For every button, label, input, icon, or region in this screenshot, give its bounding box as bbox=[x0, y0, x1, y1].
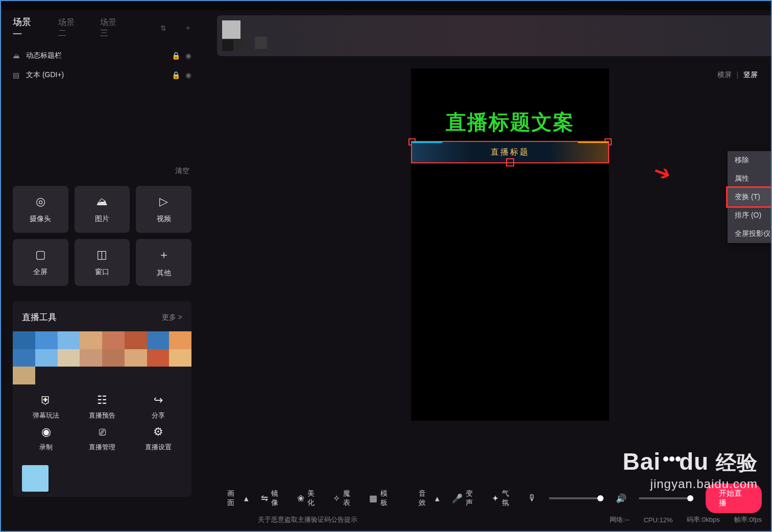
bitrate-status: 码率:0kbps bbox=[687, 515, 719, 524]
ctx-order[interactable]: 排序 (O)▶ bbox=[728, 206, 772, 225]
danmu-play-button[interactable]: ⛨弹幕玩法 bbox=[18, 394, 74, 420]
camera-icon: ◎ bbox=[36, 195, 45, 208]
add-video-button[interactable]: ▷视频 bbox=[136, 186, 191, 233]
ctx-transform[interactable]: 变换 (T)▶ bbox=[728, 188, 772, 206]
voice-change-button[interactable]: 🎤变声 bbox=[452, 489, 479, 507]
share-icon: ↪ bbox=[154, 394, 163, 407]
chevron-up-icon: ▴ bbox=[244, 493, 249, 504]
color-swatch bbox=[22, 465, 49, 492]
notice-link[interactable]: 关于恶意盗取主播验证码公告提示 bbox=[258, 515, 357, 524]
shield-icon: ⛨ bbox=[40, 394, 52, 407]
mic-button[interactable]: 🎙 bbox=[528, 493, 537, 503]
beauty-button[interactable]: ❀美化 bbox=[297, 489, 321, 507]
chevron-up-icon: ▴ bbox=[435, 493, 440, 504]
thumbnail bbox=[234, 40, 246, 51]
add-camera-button[interactable]: ◎摄像头 bbox=[13, 186, 68, 233]
visibility-icon[interactable]: ◉ bbox=[185, 71, 191, 79]
source-list: ⛰ 动态标题栏 🔒 ◉ ▤ 文本 (GDI+) 🔒 ◉ bbox=[13, 46, 191, 85]
manage-icon: ⎚ bbox=[99, 425, 106, 439]
scene-tabs: 场景一 场景二 场景三 ⇅ ＋ bbox=[13, 10, 191, 46]
tools-more-button[interactable]: 更多 > bbox=[162, 313, 182, 322]
visibility-icon[interactable]: ◉ bbox=[185, 52, 191, 60]
clear-sources-button[interactable]: 清空 bbox=[13, 85, 191, 186]
orientation-toggle: 横屏 | 竖屏 bbox=[717, 70, 758, 80]
sfx-button[interactable]: 音效▴ bbox=[419, 489, 440, 507]
live-settings-button[interactable]: ⚙直播设置 bbox=[130, 425, 186, 452]
magic-button[interactable]: ✧魔表 bbox=[333, 489, 357, 507]
image-icon: ⛰ bbox=[96, 195, 108, 208]
live-preview-button[interactable]: ☷直播预告 bbox=[74, 394, 130, 420]
mirror-icon: ⇋ bbox=[261, 493, 268, 504]
add-fullscreen-button[interactable]: ▢全屏 bbox=[13, 239, 68, 286]
ctx-remove[interactable]: 移除 bbox=[728, 151, 772, 170]
add-other-button[interactable]: ＋其他 bbox=[136, 239, 191, 286]
portrait-preview[interactable]: 直播标题文案 直播标题 bbox=[411, 68, 609, 421]
source-item[interactable]: ⛰ 动态标题栏 🔒 ◉ bbox=[13, 46, 191, 65]
add-window-button[interactable]: ◫窗口 bbox=[75, 239, 130, 286]
content-area: 横屏 | 竖屏 直播标题文案 直播标题 ➔ 移除 属性 变换 (T)▶ 排序 (… bbox=[204, 10, 772, 532]
ctx-properties[interactable]: 属性 bbox=[728, 170, 772, 188]
landscape-button[interactable]: 横屏 bbox=[717, 70, 732, 79]
mic-icon: 🎙 bbox=[528, 493, 537, 503]
net-status: 网络:-- bbox=[610, 515, 629, 524]
annotation-arrow-icon: ➔ bbox=[650, 159, 675, 187]
sidebar: 场景一 场景二 场景三 ⇅ ＋ ⛰ 动态标题栏 🔒 ◉ ▤ 文本 (GDI+) … bbox=[0, 10, 204, 532]
template-icon: ▦ bbox=[369, 493, 377, 504]
thumbnail bbox=[255, 37, 267, 49]
thumbnail bbox=[222, 40, 233, 51]
scene-tab-1[interactable]: 场景一 bbox=[13, 16, 40, 40]
resize-handle-bottom[interactable] bbox=[506, 158, 514, 166]
tools-title: 直播工具 bbox=[22, 311, 162, 323]
mirror-button[interactable]: ⇋镜像 bbox=[261, 489, 285, 507]
lock-icon[interactable]: 🔒 bbox=[172, 52, 180, 60]
live-manage-button[interactable]: ⎚直播管理 bbox=[74, 425, 130, 452]
scene-sort-icon[interactable]: ⇅ bbox=[160, 24, 166, 32]
record-button[interactable]: ◉录制 bbox=[18, 425, 74, 452]
avatar bbox=[222, 20, 240, 39]
speaker-icon: 🔊 bbox=[616, 493, 626, 504]
video-icon: ▷ bbox=[159, 195, 168, 208]
source-type-icon: ⛰ bbox=[13, 52, 21, 60]
atmosphere-button[interactable]: ✦气氛 bbox=[492, 489, 516, 507]
speaker-button[interactable]: 🔊 bbox=[616, 493, 626, 504]
template-button[interactable]: ▦模板 bbox=[369, 489, 394, 507]
sparkle-icon: ✦ bbox=[492, 493, 499, 504]
add-image-button[interactable]: ⛰图片 bbox=[75, 186, 130, 233]
fps-status: 帧率:0fps bbox=[734, 515, 762, 524]
status-bar: 关于恶意盗取主播验证码公告提示 网络:-- CPU:12% 码率:0kbps 帧… bbox=[217, 514, 772, 526]
stream-title-text[interactable]: 直播标题文案 bbox=[411, 108, 609, 136]
ctx-fullscreen-projector[interactable]: 全屏投影仪(预览)▶ bbox=[728, 225, 772, 243]
source-type-icon: ▤ bbox=[13, 71, 21, 79]
plus-icon: ＋ bbox=[158, 247, 170, 262]
source-name: 文本 (GDI+) bbox=[26, 70, 166, 80]
source-name: 动态标题栏 bbox=[26, 51, 166, 60]
scene-add-icon[interactable]: ＋ bbox=[184, 23, 191, 33]
record-icon: ◉ bbox=[41, 425, 51, 439]
header-bar bbox=[217, 15, 772, 56]
window-icon: ◫ bbox=[96, 248, 107, 261]
speaker-volume-slider[interactable] bbox=[639, 497, 693, 499]
banner-label: 直播标题 bbox=[491, 147, 529, 158]
lock-icon[interactable]: 🔒 bbox=[172, 71, 180, 79]
gear-icon: ⚙ bbox=[153, 425, 163, 439]
share-button[interactable]: ↪分享 bbox=[130, 394, 186, 420]
portrait-button[interactable]: 竖屏 bbox=[743, 70, 758, 79]
magic-icon: ✧ bbox=[333, 493, 340, 504]
calendar-icon: ☷ bbox=[97, 394, 107, 407]
cpu-status: CPU:12% bbox=[643, 516, 672, 524]
scene-tab-3[interactable]: 场景三 bbox=[100, 17, 125, 39]
source-button-grid: ◎摄像头 ⛰图片 ▷视频 ▢全屏 ◫窗口 ＋其他 bbox=[13, 186, 191, 286]
title-banner-source[interactable]: 直播标题 bbox=[411, 141, 609, 163]
monitor-icon: ▢ bbox=[35, 248, 46, 261]
scene-tab-2[interactable]: 场景二 bbox=[58, 17, 83, 39]
live-tools-panel: 直播工具 更多 > ⛨弹幕玩法 ☷直播预告 ↪分享 ◉录制 ⎚直播管理 ⚙直播设… bbox=[13, 301, 191, 497]
canvas-menu-button[interactable]: 画面▴ bbox=[227, 489, 249, 507]
mic-volume-slider[interactable] bbox=[549, 497, 604, 499]
context-menu: 移除 属性 变换 (T)▶ 排序 (O)▶ 全屏投影仪(预览)▶ bbox=[728, 151, 772, 243]
beauty-icon: ❀ bbox=[297, 493, 304, 504]
color-palette bbox=[13, 331, 191, 384]
voice-icon: 🎤 bbox=[452, 493, 463, 504]
source-item[interactable]: ▤ 文本 (GDI+) 🔒 ◉ bbox=[13, 65, 191, 85]
watermark: Baidu 经验 jingyan.baidu.com bbox=[622, 448, 758, 491]
